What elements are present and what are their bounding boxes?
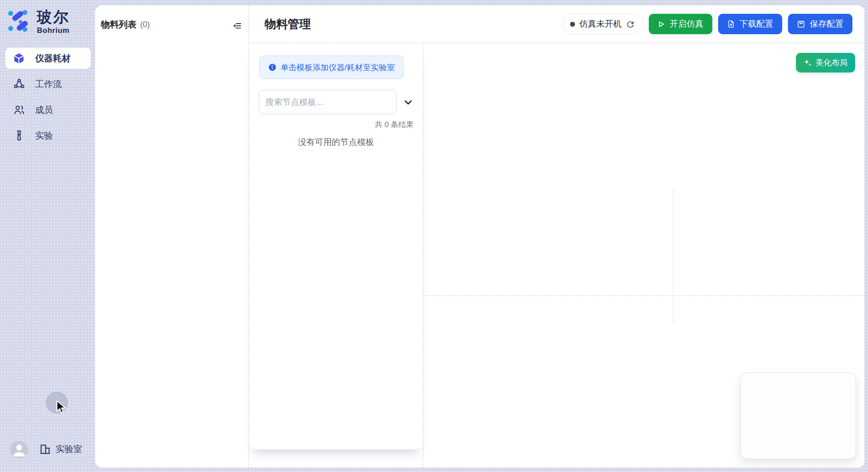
sparkles-icon: [804, 59, 812, 67]
bohrium-logo-icon: [7, 8, 33, 34]
empty-templates-message: 没有可用的节点模板: [249, 136, 423, 148]
sidebar-item-workflow[interactable]: 工作流: [5, 73, 91, 95]
save-bookmark-icon: [797, 20, 805, 28]
result-count: 共 0 条结果: [375, 120, 414, 130]
play-icon: [658, 20, 665, 28]
collapse-panel-icon[interactable]: [232, 20, 243, 32]
materials-panel: 物料列表 (0): [95, 5, 249, 468]
template-panel: 单击模板添加仪器/耗材至实验室 共 0 条结果 没有可用的节点模板: [249, 43, 423, 450]
sidebar-item-members[interactable]: 成员: [5, 99, 91, 120]
template-search-input[interactable]: [259, 90, 397, 114]
materials-panel-title: 物料列表: [101, 19, 137, 31]
save-config-button[interactable]: 保存配置: [788, 14, 852, 34]
avatar[interactable]: [10, 441, 28, 459]
sidebar-item-label: 成员: [35, 104, 53, 116]
hint-text: 单击模板添加仪器/耗材至实验室: [281, 62, 395, 73]
download-config-button[interactable]: 下载配置: [718, 14, 782, 34]
materials-count: (0): [140, 20, 150, 29]
brand-name: 玻尔: [37, 8, 70, 26]
simulation-status-pill[interactable]: 仿真未开机: [562, 14, 643, 34]
sidebar-item-instruments[interactable]: 仪器耗材: [5, 48, 91, 69]
canvas-guide-vertical: [673, 189, 674, 322]
sidebar-item-experiments[interactable]: 实验: [5, 125, 91, 146]
chevron-down-icon[interactable]: [401, 96, 415, 109]
refresh-icon[interactable]: [626, 20, 635, 28]
users-icon: [13, 104, 25, 116]
main-column: 物料管理 仿真未开机: [249, 5, 864, 468]
lab-entry-label: 实验室: [56, 443, 82, 455]
panel-canvas-divider: [423, 43, 423, 468]
sidebar-nav: 仪器耗材 工作流 成员: [5, 48, 91, 151]
workflow-nodes-icon: [13, 78, 25, 90]
sidebar-item-label: 仪器耗材: [35, 52, 71, 64]
test-tube-icon: [13, 130, 25, 142]
beautify-layout-label: 美化布局: [816, 57, 848, 68]
sidebar-item-label: 实验: [35, 130, 53, 142]
status-text: 仿真未开机: [579, 18, 622, 30]
sidebar: 玻尔 Bohrium 仪器耗材 工作流: [0, 0, 95, 472]
start-simulation-label: 开启仿真: [670, 18, 703, 30]
save-config-label: 保存配置: [810, 18, 844, 30]
minimap[interactable]: [740, 372, 856, 459]
brand-subtitle: Bohrium: [37, 26, 70, 35]
flow-canvas[interactable]: 单击模板添加仪器/耗材至实验室 共 0 条结果 没有可用的节点模板: [249, 43, 864, 468]
status-dot-icon: [570, 22, 575, 27]
mouse-cursor: [56, 400, 68, 415]
hint-banner: 单击模板添加仪器/耗材至实验室: [259, 56, 404, 79]
page-title: 物料管理: [265, 16, 311, 32]
info-icon: [268, 63, 277, 72]
sidebar-item-label: 工作流: [35, 78, 62, 90]
cube-icon: [13, 52, 25, 64]
lab-entry[interactable]: 实验室: [39, 443, 82, 455]
main-card: 物料列表 (0) 物料管理 仿真未开机: [95, 5, 864, 468]
beautify-layout-button[interactable]: 美化布局: [796, 53, 855, 72]
brand: 玻尔 Bohrium: [7, 8, 70, 35]
canvas-guide-horizontal: [423, 295, 864, 296]
building-icon: [39, 443, 51, 455]
start-simulation-button[interactable]: 开启仿真: [649, 14, 712, 34]
download-config-label: 下载配置: [739, 18, 773, 30]
file-download-icon: [727, 20, 735, 28]
sidebar-bottom: 实验室: [0, 439, 95, 460]
main-header: 物料管理 仿真未开机: [249, 5, 864, 43]
